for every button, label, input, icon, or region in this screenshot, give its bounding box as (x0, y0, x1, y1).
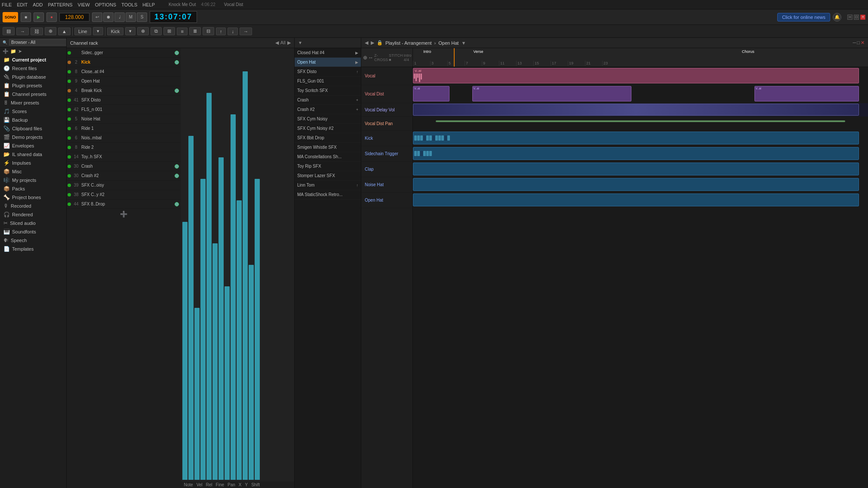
track-label-open-hat[interactable]: Open Hat (361, 193, 412, 208)
punch-btn[interactable]: ⏺ (103, 12, 114, 22)
inst-sfx-cym2[interactable]: SFX Cym Noisy #2 (295, 124, 361, 133)
kick-clip[interactable] (413, 132, 859, 144)
channel-row-9[interactable]: 6 Ride 1 (67, 124, 181, 133)
ch17-knob[interactable] (175, 202, 179, 206)
arr-right-btn[interactable]: ▶ (371, 40, 374, 46)
sidebar-item-packs[interactable]: 📦 Packs (0, 184, 66, 193)
tool13[interactable]: → (240, 28, 252, 35)
arr-tool-stitch[interactable]: ↔ (368, 55, 373, 61)
line-dropdown[interactable]: ▾ (93, 27, 103, 35)
channel-row-12[interactable]: 14 Toy..h SFX (67, 152, 181, 162)
inst-sfx-cym[interactable]: SFX Cym Noisy (295, 114, 361, 124)
tool7[interactable]: ⊞ (163, 27, 175, 35)
step-btn[interactable]: S (137, 12, 147, 22)
menu-options[interactable]: OPTIONS (95, 2, 117, 7)
crash-add-icon[interactable]: + (356, 98, 358, 102)
sidebar-item-clipboard-files[interactable]: 📎 Clipboard files (0, 124, 66, 133)
track-label-vocal-dist[interactable]: Vocal Dist (361, 85, 412, 103)
mixer-btn[interactable]: M (126, 12, 136, 22)
channel-row-16[interactable]: 38 SFX C..y #2 (67, 190, 181, 199)
channel-row-3[interactable]: 8 Close..at #4 (67, 67, 181, 77)
line-select[interactable]: Line (74, 28, 91, 35)
channel-row-13[interactable]: 30 Crash (67, 162, 181, 171)
sidechain-clip[interactable] (413, 147, 859, 160)
channel-rack-left-btn[interactable]: ◀ (275, 40, 279, 46)
arr-max-btn[interactable]: □ (857, 40, 860, 46)
channel-row-11[interactable]: 8 Ride 2 (67, 143, 181, 152)
channel-row-4[interactable]: 9 Open Hat (67, 77, 181, 86)
close-btn[interactable]: ✕ (860, 15, 865, 20)
sidebar-item-scores[interactable]: 🎵 Scores (0, 107, 66, 116)
kick-select[interactable]: Kick (107, 28, 124, 35)
track-label-vocal-delay[interactable]: Vocal Delay Vol (361, 103, 412, 117)
sidebar-item-current-project[interactable]: 📁 Current project (0, 55, 66, 64)
inst-crash[interactable]: Crash + (295, 95, 361, 105)
tool3[interactable]: ⊕ (45, 27, 56, 35)
menu-help[interactable]: HELP (142, 2, 155, 7)
channel-row-15[interactable]: 39 SFX C..oisy (67, 181, 181, 190)
tool5[interactable]: ⊕ (137, 27, 149, 35)
sidebar-item-speech[interactable]: 🗣 Speech (0, 236, 66, 245)
sidebar-item-plugin-database[interactable]: 🔌 Plugin database (0, 73, 66, 81)
tool1[interactable]: → (16, 28, 29, 35)
channel-row-8[interactable]: 5 Noise Hat (67, 114, 181, 124)
sidebar-item-templates[interactable]: 📄 Templates (0, 245, 66, 253)
tool8[interactable]: ≡ (177, 28, 187, 35)
channel-row-5[interactable]: 4 Break Kick (67, 86, 181, 95)
news-button[interactable]: Click for online news (777, 13, 830, 21)
sidebar-item-il-shared-data[interactable]: 📂 IL shared data (0, 150, 66, 159)
sidebar-item-project-bones[interactable]: 🦴 Project bones (0, 193, 66, 202)
sidebar-folder-btn[interactable]: 📁 (10, 49, 16, 54)
ch5-knob[interactable] (175, 89, 179, 93)
vocal-delay-clip[interactable] (413, 104, 859, 116)
track-label-clap[interactable]: Clap (361, 162, 412, 177)
inst-toy-rip[interactable]: Toy Rip SFX (295, 162, 361, 171)
sidebar-item-mixer-presets[interactable]: 🎚 Mixer presets (0, 98, 66, 107)
clap-clip[interactable] (413, 163, 859, 175)
sidebar-item-plugin-presets[interactable]: 📋 Plugin presets (0, 81, 66, 90)
maximize-btn[interactable]: □ (854, 15, 859, 20)
ch2-knob[interactable] (175, 60, 179, 64)
crash2-add-icon[interactable]: + (356, 107, 358, 112)
tool11[interactable]: ↑ (216, 28, 226, 35)
track-label-vocal[interactable]: Vocal (361, 67, 412, 85)
bpm-display[interactable]: 128.000 (59, 13, 89, 21)
menu-view[interactable]: VIEW (78, 2, 90, 7)
sidebar-item-demo-projects[interactable]: 🎬 Demo projects (0, 133, 66, 141)
inst-ma-static[interactable]: MA StaticShock Retro... (295, 190, 361, 199)
sidebar-item-recorded[interactable]: 🎙 Recorded (0, 202, 66, 210)
sidebar-arrow-btn[interactable]: ➤ (18, 49, 22, 54)
channel-rack-btn[interactable]: ▤ (3, 27, 15, 35)
tool9[interactable]: ≣ (189, 27, 201, 35)
inst-closed-hat[interactable]: Closed Hat #4 ▶ (295, 48, 361, 58)
sidebar-item-recent-files[interactable]: 🕐 Recent files (0, 64, 66, 73)
track-label-kick[interactable]: Kick (361, 131, 412, 146)
menu-tools[interactable]: TOOLS (121, 2, 137, 7)
loop-btn[interactable]: ↩ (92, 12, 102, 22)
ch1-knob[interactable] (175, 51, 179, 55)
inst-open-hat[interactable]: Open Hat ▶ (295, 58, 361, 67)
inst-toy-scritch[interactable]: Toy Scritch SFX (295, 86, 361, 95)
kick-dropdown[interactable]: ▾ (125, 27, 135, 35)
tool6[interactable]: ⧉ (151, 27, 162, 35)
tool12[interactable]: ↓ (228, 28, 238, 35)
inst-expand-icon[interactable]: ▶ (355, 51, 358, 55)
sidebar-item-my-projects[interactable]: 🎼 My projects (0, 176, 66, 184)
channel-row-1[interactable]: Sidec..gger (67, 48, 181, 58)
menu-add[interactable]: ADD (33, 2, 43, 7)
news-icon[interactable]: 🔔 (833, 13, 841, 21)
sidebar-item-channel-presets[interactable]: 📋 Channel presets (0, 90, 66, 98)
vocal-dist-clip3[interactable]: V..al (754, 86, 859, 101)
sidebar-item-sliced-audio[interactable]: ✂ Sliced audio (0, 219, 66, 227)
channel-row-6[interactable]: 41 SFX Disto (67, 95, 181, 105)
stop-button[interactable]: ■ (21, 12, 31, 22)
channel-rack-all-btn[interactable]: All (280, 40, 286, 46)
arr-tool-crosshair[interactable]: ⊕ (363, 55, 367, 61)
inst-smigen[interactable]: Smigen Whistle SFX (295, 143, 361, 152)
open-hat-clip[interactable] (413, 193, 859, 206)
sidebar-item-rendered[interactable]: 🎧 Rendered (0, 210, 66, 219)
tool4[interactable]: ▲ (58, 28, 71, 35)
vocal-dist-clip2[interactable]: V..al (472, 86, 631, 101)
arr-close-btn[interactable]: ✕ (861, 40, 865, 46)
sidebar-item-envelopes[interactable]: 📈 Envelopes (0, 141, 66, 150)
